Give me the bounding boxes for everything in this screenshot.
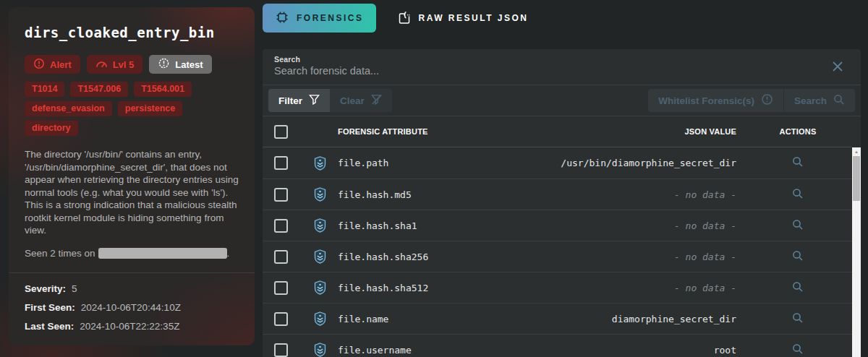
inspect-value-button[interactable] — [791, 311, 805, 327]
details-section: Severity: 5 First Seen: 2024-10-06T20:44… — [25, 283, 239, 332]
gauge-icon — [95, 59, 108, 71]
table-row: file.hash.sha1 - no data - — [263, 210, 852, 241]
table-search-button[interactable]: Search — [784, 89, 855, 112]
select-all-checkbox[interactable] — [274, 125, 288, 139]
shield-rank-icon — [303, 311, 336, 326]
table-row: file.username root — [263, 334, 852, 357]
forensics-table: FORENSIC ATTRIBUTE JSON VALUE ACTIONS fi… — [263, 116, 852, 357]
shield-rank-icon — [303, 343, 336, 357]
severity-row: Severity: 5 — [25, 283, 239, 294]
severity-value: 5 — [72, 283, 77, 294]
funnel-icon — [309, 94, 320, 108]
table-row: file.hash.sha256 - no data - — [263, 241, 852, 272]
tag-chip: defense_evasion — [25, 101, 112, 116]
tag-chip: T1564.001 — [134, 82, 192, 97]
seen-suffix: . — [227, 248, 230, 259]
shield-rank-icon — [303, 218, 336, 233]
page-title: dirs_cloaked_entry_bin — [25, 25, 239, 40]
badge-row: Alert Lvl 5 Latest — [25, 55, 239, 74]
alert-detail-panel: dirs_cloaked_entry_bin Alert Lvl 5 Lates… — [9, 7, 255, 345]
row-checkbox[interactable] — [274, 343, 288, 357]
table-scrollbar[interactable]: ▲ — [852, 147, 861, 357]
table-row: file.name diamorphine_secret_dir — [263, 303, 852, 334]
inspect-value-button[interactable] — [791, 155, 805, 171]
forensic-attribute: file.hash.sha256 — [338, 251, 428, 262]
tab-bar: FORENSICS RAW RESULT JSON — [263, 4, 540, 33]
last-seen-value: 2024-10-06T22:22:35Z — [80, 321, 179, 332]
first-seen-row: First Seen: 2024-10-06T20:44:10Z — [25, 302, 239, 313]
inspect-value-button[interactable] — [791, 249, 805, 265]
json-value: - no data - — [674, 283, 736, 293]
json-value: - no data - — [674, 220, 736, 231]
json-value: diamorphine_secret_dir — [612, 314, 736, 324]
row-checkbox[interactable] — [274, 281, 288, 295]
search-section: Search — [263, 49, 861, 85]
forensics-panel: Search Filter Clear Whitelist Forensic( — [263, 49, 861, 357]
table-row: file.hash.sha512 - no data - — [263, 272, 852, 303]
json-value: - no data - — [674, 189, 736, 200]
json-value: /usr/bin/diamorphine_secret_dir — [561, 158, 736, 168]
close-icon[interactable] — [830, 59, 845, 74]
alert-circle-icon — [33, 58, 45, 72]
last-seen-row: Last Seen: 2024-10-06T22:22:35Z — [25, 321, 239, 332]
tab-forensics[interactable]: FORENSICS — [263, 4, 376, 33]
tab-raw-result-json-label: RAW RESULT JSON — [419, 13, 529, 23]
col-forensic-attribute: FORENSIC ATTRIBUTE — [338, 127, 428, 136]
json-value: root — [714, 345, 736, 356]
forensic-attribute: file.hash.sha512 — [338, 283, 428, 293]
table-row: file.hash.md5 - no data - — [263, 178, 852, 210]
scrollbar-thumb[interactable] — [853, 156, 860, 201]
alert-badge-label: Alert — [50, 59, 72, 70]
table-search-label: Search — [794, 95, 827, 106]
tag-chip: persistence — [118, 101, 182, 116]
inspect-value-button[interactable] — [791, 342, 805, 357]
scan-frame-icon — [275, 10, 289, 27]
row-checkbox[interactable] — [274, 219, 288, 233]
clear-button-label: Clear — [340, 95, 365, 106]
tag-chip: directory — [25, 121, 78, 136]
level-badge-label: Lvl 5 — [113, 59, 135, 70]
table-toolbar: Filter Clear Whitelist Forensic(s) Se — [263, 85, 861, 116]
divider — [9, 272, 255, 273]
bulk-actions-group: Whitelist Forensic(s) Search — [648, 89, 855, 112]
forensic-attribute: file.name — [338, 314, 388, 324]
level-badge: Lvl 5 — [87, 55, 143, 74]
tab-raw-result-json[interactable]: RAW RESULT JSON — [385, 4, 541, 33]
search-input[interactable] — [274, 65, 780, 77]
inspect-value-button[interactable] — [791, 280, 805, 296]
table-row: file.path /usr/bin/diamorphine_secret_di… — [263, 147, 852, 178]
shield-rank-icon — [303, 280, 336, 295]
json-braces-icon — [397, 10, 412, 27]
tag-chip: T1547.006 — [70, 82, 128, 97]
tab-forensics-label: FORENSICS — [297, 13, 364, 23]
row-checkbox[interactable] — [274, 312, 288, 326]
first-seen-label: First Seen: — [25, 302, 75, 313]
inspect-value-button[interactable] — [791, 186, 805, 203]
seen-line: Seen 2 times on. — [25, 248, 239, 259]
row-checkbox[interactable] — [274, 156, 288, 170]
inspect-value-button[interactable] — [791, 218, 805, 234]
whitelist-forensics-button[interactable]: Whitelist Forensic(s) — [648, 89, 783, 112]
latest-badge: Latest — [149, 55, 211, 74]
funnel-slash-icon — [371, 94, 382, 108]
search-icon — [833, 94, 845, 108]
whitelist-forensics-label: Whitelist Forensic(s) — [658, 95, 754, 106]
col-json-value: JSON VALUE — [685, 127, 736, 136]
table-header: FORENSIC ATTRIBUTE JSON VALUE ACTIONS — [263, 116, 852, 147]
exclamation-circle-icon — [761, 93, 773, 108]
row-checkbox[interactable] — [274, 250, 288, 264]
search-label: Search — [263, 49, 861, 64]
forensic-attribute: file.path — [338, 158, 388, 168]
seen-prefix: Seen 2 times on — [25, 248, 95, 259]
alert-description: The directory '/usr/bin/' contains an en… — [25, 148, 239, 237]
filter-button[interactable]: Filter — [268, 89, 330, 112]
first-seen-value: 2024-10-06T20:44:10Z — [81, 302, 181, 313]
col-actions: ACTIONS — [744, 127, 852, 136]
severity-label: Severity: — [25, 283, 66, 294]
table-body: file.path /usr/bin/diamorphine_secret_di… — [263, 147, 852, 357]
forensic-attribute: file.hash.md5 — [338, 189, 412, 200]
shield-rank-icon — [303, 249, 336, 264]
scrollbar-up-arrow[interactable]: ▲ — [852, 147, 861, 154]
clear-button[interactable]: Clear — [330, 89, 392, 112]
row-checkbox[interactable] — [274, 188, 288, 202]
